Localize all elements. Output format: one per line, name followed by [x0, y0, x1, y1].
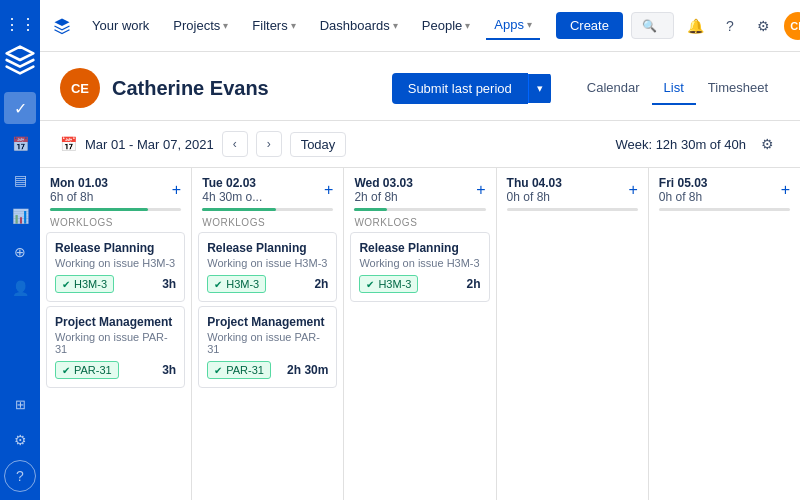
- day-add-button-4[interactable]: +: [781, 181, 790, 199]
- card-badge-1-1: ✔PAR-31: [207, 361, 271, 379]
- day-progress-bar-2: [354, 208, 485, 211]
- worklog-card-0-0[interactable]: Release PlanningWorking on issue H3M-3✔H…: [46, 232, 185, 302]
- sidebar-icon-logo[interactable]: [4, 44, 36, 76]
- page-header: CE Catherine Evans Submit last period ▾ …: [40, 52, 800, 121]
- top-navigation: Your work Projects ▾ Filters ▾ Dashboard…: [40, 0, 800, 52]
- badge-check-icon: ✔: [62, 365, 70, 376]
- card-badge-1-0: ✔H3M-3: [207, 275, 266, 293]
- dashboards-chevron: ▾: [393, 20, 398, 31]
- worklogs-label-0: WORKLOGS: [40, 211, 191, 232]
- card-time-0-0: 3h: [162, 277, 176, 291]
- calendar-settings-button[interactable]: ⚙: [754, 131, 780, 157]
- sidebar-icon-grid[interactable]: ⋮⋮: [4, 8, 36, 40]
- card-subtitle-2-0: Working on issue H3M-3: [359, 257, 480, 269]
- day-cards-1: Release PlanningWorking on issue H3M-3✔H…: [192, 232, 343, 500]
- card-footer-0-1: ✔PAR-313h: [55, 361, 176, 379]
- day-hours-0: 6h of 8h: [50, 190, 108, 204]
- day-label-0: Mon 01.03: [50, 176, 108, 190]
- badge-text: H3M-3: [378, 278, 411, 290]
- date-range-label: Mar 01 - Mar 07, 2021: [85, 137, 214, 152]
- main-area: Your work Projects ▾ Filters ▾ Dashboard…: [40, 0, 800, 500]
- tab-list[interactable]: List: [652, 72, 696, 105]
- submit-btn-group: Submit last period ▾: [392, 73, 551, 104]
- day-hours-4: 0h of 8h: [659, 190, 708, 204]
- sidebar-icon-calendar[interactable]: 📅: [4, 128, 36, 160]
- search-box[interactable]: 🔍: [631, 12, 674, 39]
- card-title-0-0: Release Planning: [55, 241, 176, 255]
- nav-your-work[interactable]: Your work: [84, 12, 157, 39]
- day-label-4: Fri 05.03: [659, 176, 708, 190]
- settings-button[interactable]: ⚙: [750, 12, 778, 40]
- sidebar-icon-chart[interactable]: 📊: [4, 200, 36, 232]
- help-button[interactable]: ?: [716, 12, 744, 40]
- day-cards-3: [497, 211, 648, 500]
- day-add-button-3[interactable]: +: [628, 181, 637, 199]
- day-progress-fill-2: [354, 208, 387, 211]
- badge-text: H3M-3: [226, 278, 259, 290]
- content-area: CE Catherine Evans Submit last period ▾ …: [40, 52, 800, 500]
- day-progress-bar-3: [507, 208, 638, 211]
- sidebar-icon-list[interactable]: ▤: [4, 164, 36, 196]
- day-col-3: Thu 04.030h of 8h+: [497, 168, 649, 500]
- day-progress-fill-0: [50, 208, 148, 211]
- day-col-4: Fri 05.030h of 8h+: [649, 168, 800, 500]
- next-week-button[interactable]: ›: [256, 131, 282, 157]
- create-button[interactable]: Create: [556, 12, 623, 39]
- day-add-button-0[interactable]: +: [172, 181, 181, 199]
- sidebar-icon-help[interactable]: ?: [4, 460, 36, 492]
- card-title-1-1: Project Management: [207, 315, 328, 329]
- badge-check-icon: ✔: [62, 279, 70, 290]
- week-summary-label: Week: 12h 30m of 40h: [615, 137, 746, 152]
- card-time-0-1: 3h: [162, 363, 176, 377]
- day-header-3: Thu 04.030h of 8h+: [497, 168, 648, 208]
- sidebar: ⋮⋮ ✓ 📅 ▤ 📊 ⊕ 👤 ⊞ ⚙ ?: [0, 0, 40, 500]
- submit-dropdown-button[interactable]: ▾: [528, 74, 551, 103]
- worklog-card-0-1[interactable]: Project ManagementWorking on issue PAR-3…: [46, 306, 185, 388]
- sidebar-icon-settings[interactable]: ⚙: [4, 424, 36, 456]
- day-header-1: Tue 02.034h 30m o...+: [192, 168, 343, 208]
- badge-text: H3M-3: [74, 278, 107, 290]
- day-label-2: Wed 03.03: [354, 176, 412, 190]
- submit-last-period-button[interactable]: Submit last period: [392, 73, 528, 104]
- nav-filters[interactable]: Filters ▾: [244, 12, 303, 39]
- badge-check-icon: ✔: [214, 365, 222, 376]
- day-header-4: Fri 05.030h of 8h+: [649, 168, 800, 208]
- card-footer-1-1: ✔PAR-312h 30m: [207, 361, 328, 379]
- worklog-card-1-1[interactable]: Project ManagementWorking on issue PAR-3…: [198, 306, 337, 388]
- day-progress-fill-1: [202, 208, 275, 211]
- worklog-card-1-0[interactable]: Release PlanningWorking on issue H3M-3✔H…: [198, 232, 337, 302]
- sidebar-icon-apps[interactable]: ⊞: [4, 388, 36, 420]
- card-badge-0-1: ✔PAR-31: [55, 361, 119, 379]
- nav-dashboards[interactable]: Dashboards ▾: [312, 12, 406, 39]
- card-title-2-0: Release Planning: [359, 241, 480, 255]
- calendar-controls: 📅 Mar 01 - Mar 07, 2021 ‹ › Today Week: …: [40, 121, 800, 168]
- notifications-button[interactable]: 🔔: [682, 12, 710, 40]
- card-subtitle-1-1: Working on issue PAR-31: [207, 331, 328, 355]
- projects-chevron: ▾: [223, 20, 228, 31]
- tab-calendar[interactable]: Calendar: [575, 72, 652, 105]
- page-title: Catherine Evans: [112, 77, 380, 100]
- card-title-0-1: Project Management: [55, 315, 176, 329]
- app-logo[interactable]: [52, 12, 72, 40]
- day-add-button-2[interactable]: +: [476, 181, 485, 199]
- tab-timesheet[interactable]: Timesheet: [696, 72, 780, 105]
- today-button[interactable]: Today: [290, 132, 347, 157]
- days-grid: Mon 01.036h of 8h+WORKLOGSRelease Planni…: [40, 168, 800, 500]
- sidebar-icon-person[interactable]: 👤: [4, 272, 36, 304]
- day-add-button-1[interactable]: +: [324, 181, 333, 199]
- card-subtitle-0-1: Working on issue PAR-31: [55, 331, 176, 355]
- nav-apps[interactable]: Apps ▾: [486, 11, 540, 40]
- card-badge-2-0: ✔H3M-3: [359, 275, 418, 293]
- nav-people[interactable]: People ▾: [414, 12, 478, 39]
- sidebar-icon-globe[interactable]: ⊕: [4, 236, 36, 268]
- day-header-2: Wed 03.032h of 8h+: [344, 168, 495, 208]
- card-footer-1-0: ✔H3M-32h: [207, 275, 328, 293]
- user-avatar[interactable]: CE: [784, 12, 800, 40]
- prev-week-button[interactable]: ‹: [222, 131, 248, 157]
- nav-actions: 🔔 ? ⚙ CE: [682, 12, 800, 40]
- worklog-card-2-0[interactable]: Release PlanningWorking on issue H3M-3✔H…: [350, 232, 489, 302]
- nav-projects[interactable]: Projects ▾: [165, 12, 236, 39]
- filters-chevron: ▾: [291, 20, 296, 31]
- sidebar-icon-check[interactable]: ✓: [4, 92, 36, 124]
- card-time-2-0: 2h: [467, 277, 481, 291]
